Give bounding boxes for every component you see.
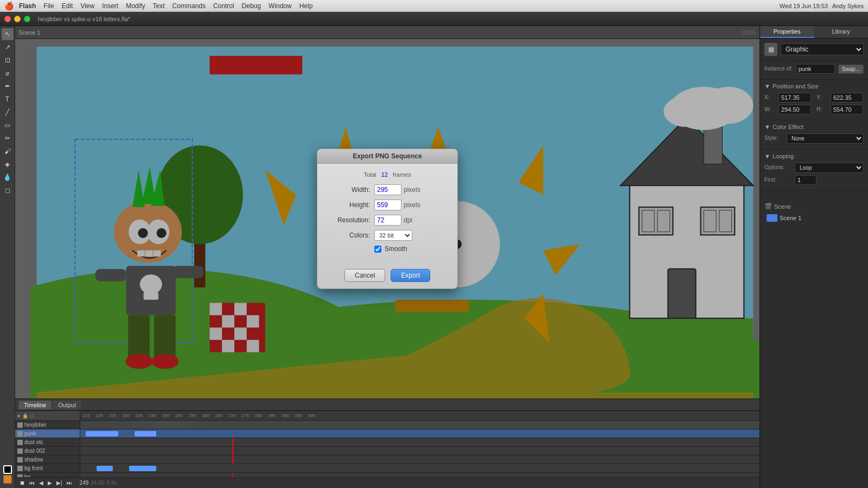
scene-item-1[interactable]: Scene 1 bbox=[764, 213, 864, 223]
menu-insert[interactable]: Insert bbox=[99, 1, 122, 11]
layer-vis-icon-5 bbox=[17, 466, 23, 471]
menu-help[interactable]: Help bbox=[296, 1, 316, 11]
eyedropper-tool[interactable]: 💧 bbox=[2, 171, 14, 183]
play-btn[interactable]: ▶ bbox=[47, 480, 53, 486]
time-display: 9.9s bbox=[106, 480, 117, 486]
line-tool[interactable]: ╱ bbox=[2, 106, 14, 118]
fill-color[interactable] bbox=[3, 475, 12, 484]
menu-commands[interactable]: Commands bbox=[169, 1, 209, 11]
dialog-body: Total 12 frames Width: pixels bbox=[317, 164, 457, 266]
brush-tool[interactable]: 🖌 bbox=[2, 145, 14, 157]
layer-name-4: shadow bbox=[24, 457, 78, 463]
subselect-tool[interactable]: ↗ bbox=[2, 41, 14, 53]
scene-thumbnail bbox=[767, 214, 777, 222]
menu-text[interactable]: Text bbox=[150, 1, 168, 11]
tab-timeline[interactable]: Timeline bbox=[18, 401, 52, 409]
text-tool[interactable]: T bbox=[2, 93, 14, 105]
next-keyframe-btn[interactable]: ⏭ bbox=[66, 480, 73, 486]
color-effect-header[interactable]: ▼ Color Effect bbox=[764, 124, 864, 130]
scene-breadcrumb[interactable]: Scene 1 bbox=[18, 29, 40, 36]
menu-file[interactable]: File bbox=[40, 1, 57, 11]
cancel-button[interactable]: Cancel bbox=[344, 269, 385, 282]
pen-tool[interactable]: ✒ bbox=[2, 80, 14, 92]
resolution-input[interactable] bbox=[374, 215, 401, 226]
zoom-display[interactable]: 100% bbox=[741, 29, 756, 36]
tab-output[interactable]: Output bbox=[53, 401, 81, 409]
rect-tool[interactable]: ▭ bbox=[2, 119, 14, 131]
menu-control[interactable]: Control bbox=[210, 1, 238, 11]
fill-tool[interactable]: ◈ bbox=[2, 158, 14, 170]
layer-vis-icon-3 bbox=[17, 448, 23, 454]
layer-row-5[interactable]: bg front bbox=[15, 464, 80, 473]
timeline-controls: ⏹ ⏮ ◀ ▶ ▶| ⏭ 249 24.00 9.9s bbox=[15, 477, 760, 488]
smooth-checkbox[interactable] bbox=[374, 246, 381, 253]
scene-section-label: Scene bbox=[774, 203, 791, 210]
center-area: Scene 1 100% bbox=[15, 26, 760, 488]
resolution-row: Resolution: dpi bbox=[328, 215, 446, 226]
style-select[interactable]: None Brightness Tint Alpha Advanced bbox=[787, 133, 864, 144]
menu-view[interactable]: View bbox=[77, 1, 98, 11]
first-input[interactable] bbox=[795, 175, 816, 185]
style-label: Style: bbox=[764, 135, 783, 141]
dialog-frames-info: Total 12 frames bbox=[328, 171, 446, 178]
options-select[interactable]: Loop Play Once Single Frame bbox=[795, 163, 864, 173]
layer-row-0[interactable]: hexjibber bbox=[15, 421, 80, 429]
layers-header: ● 🔒 □ bbox=[15, 411, 80, 421]
tab-library[interactable]: Library bbox=[814, 26, 869, 38]
select-tool[interactable]: ↖ bbox=[2, 28, 14, 40]
layers-header-vis: □ bbox=[30, 413, 33, 419]
stroke-color[interactable] bbox=[3, 465, 12, 474]
menu-bar: 🍎 Flash File Edit View Insert Modify Tex… bbox=[0, 0, 868, 12]
layer-row-3[interactable]: dust 002 bbox=[15, 447, 80, 455]
type-selector: Graphic Movie Clip Button bbox=[781, 43, 864, 55]
layer-row-1[interactable]: punk bbox=[15, 429, 80, 438]
layer-row-2[interactable]: dust etc bbox=[15, 438, 80, 447]
zoom-button[interactable] bbox=[24, 16, 30, 22]
layer-row-6[interactable]: bg bbox=[15, 473, 80, 477]
colors-select[interactable]: 32 bit 24 bit 8 bit bbox=[374, 230, 412, 241]
close-button[interactable] bbox=[4, 16, 11, 22]
track-bgfront bbox=[80, 464, 760, 473]
layers-header-label: ● bbox=[17, 413, 20, 419]
tab-properties[interactable]: Properties bbox=[760, 26, 814, 38]
prev-keyframe-btn[interactable]: ◀ bbox=[38, 480, 44, 486]
w-input[interactable] bbox=[778, 105, 811, 114]
menu-edit[interactable]: Edit bbox=[59, 1, 76, 11]
swap-button[interactable]: Swap... bbox=[838, 65, 864, 74]
stage-container: Export PNG Sequence Total 12 frames Widt… bbox=[15, 39, 760, 399]
scene-name: Scene 1 bbox=[780, 215, 801, 221]
dialog-overlay: Export PNG Sequence Total 12 frames Widt… bbox=[15, 39, 760, 399]
pencil-tool[interactable]: ✏ bbox=[2, 132, 14, 144]
type-dropdown[interactable]: Graphic Movie Clip Button bbox=[781, 43, 864, 55]
export-button[interactable]: Export bbox=[391, 269, 430, 282]
document-tab[interactable]: hexjibber vs spike-u v16 letters.fla* bbox=[38, 16, 130, 22]
first-label: First: bbox=[764, 177, 792, 183]
looping-header[interactable]: ▼ Looping bbox=[764, 153, 864, 159]
width-label: Width: bbox=[328, 186, 374, 194]
stop-btn[interactable]: ⏹ bbox=[18, 480, 26, 486]
width-input[interactable] bbox=[374, 184, 401, 195]
scene-icon: 🎬 bbox=[764, 203, 772, 210]
pos-size-header[interactable]: ▼ Position and Size bbox=[764, 83, 864, 89]
height-input[interactable] bbox=[374, 200, 401, 210]
y-input[interactable] bbox=[831, 93, 863, 102]
layer-row-4[interactable]: shadow bbox=[15, 455, 80, 464]
x-input[interactable] bbox=[778, 93, 811, 102]
menu-debug[interactable]: Debug bbox=[239, 1, 264, 11]
colors-row: Colors: 32 bit 24 bit 8 bit bbox=[328, 230, 446, 241]
h-input[interactable] bbox=[831, 105, 863, 114]
transform-tool[interactable]: ⊡ bbox=[2, 54, 14, 66]
next-frame-btn[interactable]: ▶| bbox=[55, 480, 63, 486]
minimize-button[interactable] bbox=[14, 16, 21, 22]
track-dust-etc bbox=[80, 438, 760, 447]
stage-toolbar: Scene 1 100% bbox=[15, 26, 760, 39]
app-name[interactable]: Flash bbox=[19, 2, 36, 10]
apple-menu[interactable]: 🍎 bbox=[4, 2, 14, 10]
height-label: Height: bbox=[328, 201, 374, 209]
menu-modify[interactable]: Modify bbox=[123, 1, 148, 11]
eraser-tool[interactable]: ◻ bbox=[2, 184, 14, 196]
prev-frame-btn[interactable]: ⏮ bbox=[28, 480, 36, 486]
instance-input[interactable] bbox=[796, 64, 835, 74]
menu-window[interactable]: Window bbox=[265, 1, 295, 11]
lasso-tool[interactable]: ⌀ bbox=[2, 67, 14, 79]
